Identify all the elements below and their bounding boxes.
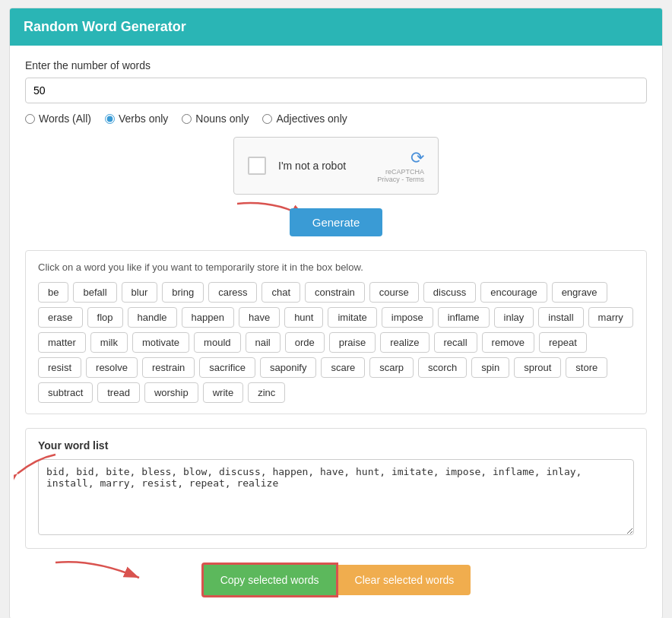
app-container: Random Word Generator Enter the number o… bbox=[9, 8, 663, 618]
captcha-text: I'm not a robot bbox=[278, 160, 346, 172]
word-tag[interactable]: inflame bbox=[438, 307, 490, 328]
word-tag[interactable]: resist bbox=[38, 357, 81, 378]
word-tag[interactable]: repeat bbox=[539, 332, 587, 353]
radio-nouns-only[interactable]: Nouns only bbox=[182, 113, 249, 125]
word-tag[interactable]: caress bbox=[208, 282, 257, 303]
generate-btn-row: Generate bbox=[25, 208, 647, 236]
word-list-label: Your word list bbox=[38, 439, 634, 452]
radio-input-nouns[interactable] bbox=[182, 114, 192, 124]
word-tag[interactable]: be bbox=[38, 282, 68, 303]
word-tag[interactable]: matter bbox=[38, 332, 86, 353]
captcha-checkbox[interactable] bbox=[248, 157, 266, 175]
words-hint: Click on a word you like if you want to … bbox=[38, 261, 634, 273]
word-tag[interactable]: scorch bbox=[418, 357, 467, 378]
word-tag[interactable]: have bbox=[239, 307, 280, 328]
word-tag[interactable]: handle bbox=[128, 307, 177, 328]
word-tag[interactable]: befall bbox=[73, 282, 116, 303]
recaptcha-icon: ⟳ bbox=[410, 148, 424, 167]
left-arrow-svg bbox=[14, 451, 59, 489]
word-tag[interactable]: zinc bbox=[248, 382, 285, 403]
radio-words-all[interactable]: Words (All) bbox=[25, 113, 91, 125]
number-label: Enter the number of words bbox=[25, 59, 647, 71]
copy-button[interactable]: Copy selected words bbox=[201, 563, 338, 597]
word-tag[interactable]: chat bbox=[262, 282, 300, 303]
words-grid: bebefallblurbringcaresschatconstraincour… bbox=[38, 282, 634, 403]
word-tag[interactable]: remove bbox=[482, 332, 534, 353]
captcha-brand: reCAPTCHA bbox=[377, 168, 424, 176]
radio-adjectives-only[interactable]: Adjectives only bbox=[262, 113, 347, 125]
word-list-textarea[interactable]: bid, bid, bite, bless, blow, discuss, ha… bbox=[38, 459, 634, 535]
word-tag[interactable]: orde bbox=[285, 332, 325, 353]
word-tag[interactable]: sacrifice bbox=[199, 357, 255, 378]
words-section: Click on a word you like if you want to … bbox=[25, 250, 647, 414]
btn-arrow-svg bbox=[48, 555, 154, 593]
word-tag[interactable]: restrain bbox=[142, 357, 195, 378]
word-tag[interactable]: course bbox=[369, 282, 419, 303]
word-tag[interactable]: worship bbox=[144, 382, 198, 403]
word-list-section: Your word list bid, bid, bite, bless, bl… bbox=[25, 428, 647, 549]
radio-label-verbs: Verbs only bbox=[119, 113, 168, 125]
word-tag[interactable]: resolve bbox=[86, 357, 138, 378]
word-tag[interactable]: encourage bbox=[480, 282, 547, 303]
word-tag[interactable]: scarp bbox=[369, 357, 414, 378]
radio-label-all: Words (All) bbox=[39, 113, 91, 125]
word-tag[interactable]: imitate bbox=[328, 307, 376, 328]
radio-input-adjectives[interactable] bbox=[262, 114, 272, 124]
word-tag[interactable]: flop bbox=[87, 307, 123, 328]
radio-label-adjectives: Adjectives only bbox=[276, 113, 347, 125]
radio-input-all[interactable] bbox=[25, 114, 35, 124]
word-tag[interactable]: scare bbox=[321, 357, 365, 378]
word-tag[interactable]: praise bbox=[329, 332, 376, 353]
captcha-links: Privacy - Terms bbox=[377, 176, 424, 183]
radio-input-verbs[interactable] bbox=[105, 114, 115, 124]
app-title: Random Word Generator bbox=[24, 19, 186, 34]
captcha-box[interactable]: I'm not a robot ⟳ reCAPTCHA Privacy - Te… bbox=[233, 137, 439, 195]
number-input[interactable] bbox=[25, 78, 647, 103]
word-tag[interactable]: hunt bbox=[284, 307, 323, 328]
word-tag[interactable]: nail bbox=[246, 332, 281, 353]
word-tag[interactable]: sprout bbox=[514, 357, 561, 378]
word-tag[interactable]: bring bbox=[162, 282, 204, 303]
word-tag[interactable]: store bbox=[566, 357, 607, 378]
main-content: Enter the number of words Words (All) Ve… bbox=[10, 46, 662, 618]
word-tag[interactable]: realize bbox=[380, 332, 429, 353]
word-tag[interactable]: tread bbox=[97, 382, 140, 403]
word-tag[interactable]: engrave bbox=[552, 282, 607, 303]
word-tag[interactable]: motivate bbox=[132, 332, 189, 353]
word-tag[interactable]: recall bbox=[434, 332, 477, 353]
word-tag[interactable]: write bbox=[203, 382, 243, 403]
generate-button[interactable]: Generate bbox=[290, 208, 383, 236]
app-header: Random Word Generator bbox=[10, 8, 662, 46]
clear-button[interactable]: Clear selected words bbox=[338, 565, 471, 595]
radio-verbs-only[interactable]: Verbs only bbox=[105, 113, 168, 125]
word-tag[interactable]: impose bbox=[382, 307, 433, 328]
captcha-area: I'm not a robot ⟳ reCAPTCHA Privacy - Te… bbox=[25, 137, 647, 195]
word-tag[interactable]: erase bbox=[38, 307, 83, 328]
word-tag[interactable]: happen bbox=[182, 307, 234, 328]
word-tag[interactable]: discuss bbox=[423, 282, 476, 303]
word-tag[interactable]: marry bbox=[588, 307, 633, 328]
word-tag[interactable]: saponify bbox=[260, 357, 316, 378]
captcha-logo: ⟳ reCAPTCHA Privacy - Terms bbox=[377, 148, 424, 183]
word-tag[interactable]: spin bbox=[471, 357, 509, 378]
word-tag[interactable]: install bbox=[538, 307, 583, 328]
word-tag[interactable]: constrain bbox=[305, 282, 365, 303]
word-tag[interactable]: inlay bbox=[494, 307, 534, 328]
radio-label-nouns: Nouns only bbox=[195, 113, 249, 125]
action-buttons: Copy selected wordsClear selected words bbox=[201, 563, 471, 597]
word-tag[interactable]: mould bbox=[194, 332, 240, 353]
word-tag[interactable]: milk bbox=[90, 332, 128, 353]
word-tag[interactable]: blur bbox=[122, 282, 158, 303]
word-tag[interactable]: subtract bbox=[38, 382, 93, 403]
radio-group: Words (All) Verbs only Nouns only Adject… bbox=[25, 113, 647, 125]
